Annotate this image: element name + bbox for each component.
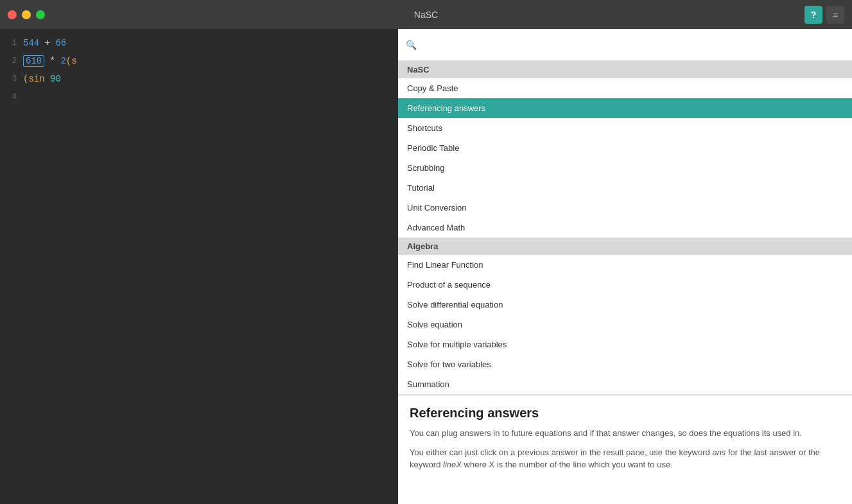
unit-s: (s <box>66 56 77 66</box>
right-panel: 🔍 NaSC Copy & Paste Referencing answers … <box>398 29 852 504</box>
minimize-button[interactable] <box>22 10 31 19</box>
line-content-3: ( sin 90 <box>23 74 61 84</box>
item-solve-equation[interactable]: Solve equation <box>398 315 852 335</box>
desc-para2-line: lineX <box>443 460 462 469</box>
line-content-2: 610 * 2 (s <box>23 55 77 67</box>
close-button[interactable] <box>8 10 17 19</box>
op-plus: + <box>39 38 55 48</box>
line-number-2: 2 <box>5 56 17 65</box>
op-times: * <box>44 56 60 66</box>
search-bar: 🔍 <box>398 29 852 61</box>
app-title: NaSC <box>414 10 438 20</box>
category-algebra: Algebra <box>398 238 852 255</box>
item-unit-conversion[interactable]: Unit Conversion <box>398 198 852 218</box>
item-referencing-answers[interactable]: Referencing answers <box>398 98 852 118</box>
title-bar: NaSC ? ≡ <box>0 0 852 29</box>
num-66: 66 <box>55 38 66 48</box>
search-icon: 🔍 <box>406 40 417 50</box>
editor-line-2: 2 610 * 2 (s <box>0 52 398 70</box>
item-solve-multiple[interactable]: Solve for multiple variables <box>398 335 852 354</box>
line-number-4: 4 <box>5 92 17 101</box>
window-controls[interactable] <box>8 10 45 19</box>
paren-open: ( <box>23 74 28 84</box>
editor-line-1: 1 544 + 66 <box>0 34 398 52</box>
main-layout: 1 544 + 66 2 610 * 2 (s 3 <box>0 29 852 504</box>
editor-line-4: 4 <box>0 88 398 106</box>
item-copy-paste[interactable]: Copy & Paste <box>398 78 852 98</box>
item-product-of-sequence[interactable]: Product of a sequence <box>398 275 852 295</box>
item-find-linear-function[interactable]: Find Linear Function <box>398 255 852 275</box>
ref-610: 610 <box>23 55 44 67</box>
item-tutorial[interactable]: Tutorial <box>398 178 852 198</box>
desc-para-1: You can plug answers in to future equati… <box>410 427 840 440</box>
line-content-1: 544 + 66 <box>23 38 66 48</box>
item-scrubbing[interactable]: Scrubbing <box>398 158 852 178</box>
fn-sin: sin <box>28 74 44 84</box>
desc-para2-after: where X is the number of the line which … <box>462 460 673 469</box>
editor-line-3: 3 ( sin 90 <box>0 70 398 88</box>
category-nasc: NaSC <box>398 61 852 78</box>
editor-content: 1 544 + 66 2 610 * 2 (s 3 <box>0 29 398 111</box>
item-solve-differential[interactable]: Solve differential equation <box>398 295 852 315</box>
num-90: 90 <box>50 74 61 84</box>
maximize-button[interactable] <box>36 10 45 19</box>
description-panel: Referencing answers You can plug answers… <box>398 395 852 504</box>
item-solve-two[interactable]: Solve for two variables <box>398 354 852 374</box>
item-advanced-math[interactable]: Advanced Math <box>398 218 852 238</box>
line-number-1: 1 <box>5 39 17 48</box>
line-number-3: 3 <box>5 74 17 83</box>
title-actions: ? ≡ <box>804 6 844 24</box>
desc-para2-before: You either can just click on a previous … <box>410 448 712 457</box>
item-periodic-table[interactable]: Periodic Table <box>398 138 852 158</box>
space-sin <box>45 74 50 84</box>
item-shortcuts[interactable]: Shortcuts <box>398 118 852 138</box>
editor-pane[interactable]: 1 544 + 66 2 610 * 2 (s 3 <box>0 29 398 504</box>
desc-para2-ans: ans <box>712 448 726 457</box>
help-list[interactable]: NaSC Copy & Paste Referencing answers Sh… <box>398 61 852 395</box>
desc-para-2: You either can just click on a previous … <box>410 446 840 471</box>
num-2: 2 <box>60 56 65 66</box>
desc-title: Referencing answers <box>410 406 840 421</box>
doc-button[interactable]: ≡ <box>826 6 844 24</box>
search-input[interactable] <box>422 40 844 50</box>
num-544: 544 <box>23 38 39 48</box>
item-summation[interactable]: Summation <box>398 374 852 394</box>
help-button[interactable]: ? <box>804 6 822 24</box>
